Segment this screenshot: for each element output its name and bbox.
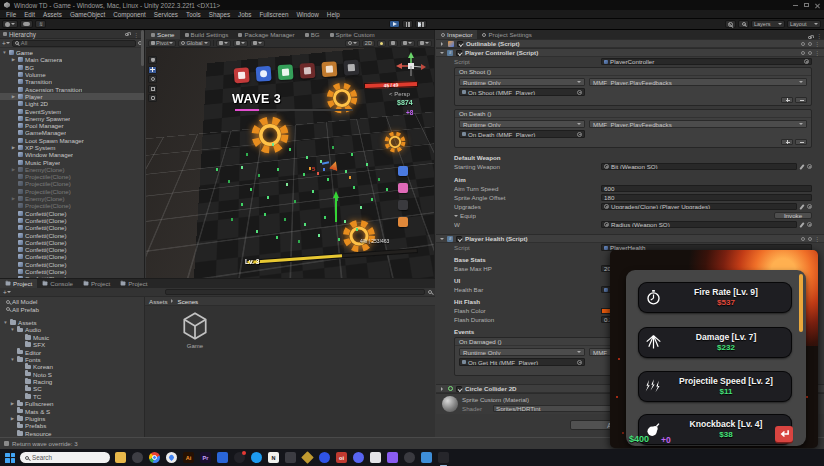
magnet-snap-button[interactable]: [233, 40, 248, 47]
play-button[interactable]: [389, 20, 400, 28]
expand-arrow-icon[interactable]: ▶: [10, 401, 15, 406]
object-picker-icon[interactable]: [577, 90, 582, 95]
audio-toggle[interactable]: [388, 40, 398, 47]
breadcrumb-root[interactable]: Assets: [149, 298, 168, 305]
hierarchy-item[interactable]: Confetti(Clone): [0, 210, 144, 217]
view-tab[interactable]: Package Manager: [233, 30, 299, 39]
breadcrumb-current[interactable]: Scenes: [178, 298, 199, 305]
hierarchy-scrollbar[interactable]: [141, 30, 144, 66]
expand-arrow-icon[interactable]: ▶: [11, 57, 16, 62]
menu-dots-icon[interactable]: ⋮: [131, 31, 141, 38]
expand-arrow-icon[interactable]: ▶: [11, 145, 16, 150]
lock-icon[interactable]: [125, 33, 129, 36]
folder-item[interactable]: ▼ Assets: [0, 319, 144, 326]
object-picker-icon[interactable]: [807, 222, 812, 227]
taskbar-app-icon[interactable]: [370, 452, 381, 463]
object-picker-icon[interactable]: [577, 360, 582, 365]
presets-icon[interactable]: [808, 237, 812, 241]
hierarchy-item[interactable]: ▶ Enemy(Clone): [0, 195, 144, 202]
asset-item-game[interactable]: Game: [173, 311, 217, 349]
hierarchy-item[interactable]: Projectile(Clone): [0, 180, 144, 187]
version-control-button[interactable]: ⇅: [35, 20, 46, 28]
hierarchy-item[interactable]: Projectile(Clone): [0, 173, 144, 180]
global-dropdown[interactable]: Global: [178, 40, 210, 47]
effects-dropdown[interactable]: [400, 40, 415, 47]
enabled-checkbox[interactable]: [456, 236, 462, 242]
event-target-object-field[interactable]: On Shoot (MMF_Player): [459, 88, 585, 96]
menu-dots-icon[interactable]: ⋮: [814, 32, 824, 39]
upgrade-card-fire-rate[interactable]: Fire Rate [Lv. 9] $537: [638, 282, 792, 313]
taskbar-app-icon[interactable]: [217, 452, 228, 463]
hierarchy-item[interactable]: Projectile(Clone): [0, 188, 144, 195]
hierarchy-item[interactable]: Projectile(Clone): [0, 202, 144, 209]
edit-icon[interactable]: [799, 204, 804, 210]
taskbar-app-icon[interactable]: [234, 452, 245, 463]
help-icon[interactable]: [801, 51, 805, 55]
hierarchy-item[interactable]: GameManager: [0, 129, 144, 136]
edit-icon[interactable]: [799, 222, 804, 228]
hierarchy-item[interactable]: ▶ Enemy(Clone): [0, 166, 144, 173]
favorite-search-item[interactable]: All Prefab: [0, 305, 144, 312]
project-search-input[interactable]: [165, 289, 425, 295]
taskbar-app-icon[interactable]: [166, 452, 177, 463]
script-object-field[interactable]: PlayerController: [601, 58, 812, 65]
menu-item[interactable]: Help: [323, 11, 344, 18]
taskbar-app-icon[interactable]: [353, 452, 364, 463]
scene-viewport[interactable]: WAVE 3 45 / 49 < Persp $874 +8: [146, 48, 434, 278]
menu-dots-icon[interactable]: ⋮: [815, 237, 821, 241]
shop-scrollbar[interactable]: [799, 274, 804, 332]
windows-start-button[interactable]: [5, 453, 15, 463]
component-header-player-controller[interactable]: # Player Controller (Script) ⋮: [436, 48, 824, 57]
view-tab[interactable]: Build Settings: [180, 30, 234, 39]
shader-dropdown[interactable]: Sprites/HDRTint: [493, 405, 623, 412]
object-picker-icon[interactable]: [577, 132, 582, 137]
hierarchy-item[interactable]: Volume: [0, 71, 144, 78]
taskbar-app-icon[interactable]: [421, 452, 432, 463]
material-preview-sphere[interactable]: [442, 396, 458, 412]
view-tab[interactable]: BG: [300, 30, 325, 39]
expand-arrow-icon[interactable]: ▼: [2, 50, 7, 55]
help-icon[interactable]: [801, 237, 805, 241]
taskbar-app-icon[interactable]: Pr: [200, 452, 211, 463]
account-button[interactable]: [2, 20, 18, 28]
scene-orientation-gizmo[interactable]: [394, 52, 428, 82]
hierarchy-item[interactable]: Loot Spawn Manager: [0, 137, 144, 144]
hierarchy-item[interactable]: ▶ XP System: [0, 144, 144, 151]
collab-button[interactable]: [725, 20, 736, 28]
folder-item[interactable]: ▶ Fullscreen: [0, 400, 144, 407]
sprite-angle-offset-input[interactable]: 180: [601, 194, 812, 201]
lighting-toggle[interactable]: [377, 40, 386, 47]
presets-icon[interactable]: [808, 51, 812, 55]
folder-item[interactable]: Racing: [0, 378, 144, 385]
menu-item[interactable]: File: [2, 11, 20, 18]
add-event-button[interactable]: [781, 139, 793, 145]
expand-arrow-icon[interactable]: ▼: [10, 327, 15, 332]
folder-item[interactable]: Noto S: [0, 371, 144, 378]
hierarchy-search-input[interactable]: All: [12, 40, 136, 47]
add-event-button[interactable]: [781, 97, 793, 103]
hierarchy-item[interactable]: ▶ Main Camera: [0, 56, 144, 63]
remove-event-button[interactable]: [795, 139, 807, 145]
menu-item[interactable]: Jobs: [234, 11, 255, 18]
lock-icon[interactable]: [808, 36, 812, 39]
hierarchy-item[interactable]: Confetti(Clone): [0, 268, 144, 275]
favorite-search-item[interactable]: All Model: [0, 298, 144, 305]
add-object-button[interactable]: +: [2, 40, 10, 47]
w-weapon-field[interactable]: Radius (Weapon SO): [601, 221, 797, 228]
starting-weapon-field[interactable]: Bit (Weapon SO): [601, 163, 797, 170]
foldout-icon[interactable]: [441, 42, 445, 46]
menu-item[interactable]: Window: [292, 11, 322, 18]
tab-inspector[interactable]: Inspector: [436, 30, 477, 39]
menu-item[interactable]: GameObject: [66, 11, 109, 18]
pause-button[interactable]: [402, 20, 413, 28]
event-mode-dropdown[interactable]: Runtime Only: [459, 78, 585, 86]
expand-arrow-icon[interactable]: ▶: [11, 94, 16, 99]
hierarchy-item[interactable]: Light 2D: [0, 100, 144, 107]
expand-arrow-icon[interactable]: ▶: [11, 196, 16, 201]
move-tool[interactable]: [148, 66, 157, 74]
hierarchy-item[interactable]: Confetti(Clone): [0, 239, 144, 246]
hierarchy-item[interactable]: ▶ Player: [0, 93, 144, 100]
shading-dropdown[interactable]: [345, 40, 360, 47]
menu-item[interactable]: Services: [150, 11, 182, 18]
folder-item[interactable]: ▼ Fonts: [0, 356, 144, 363]
